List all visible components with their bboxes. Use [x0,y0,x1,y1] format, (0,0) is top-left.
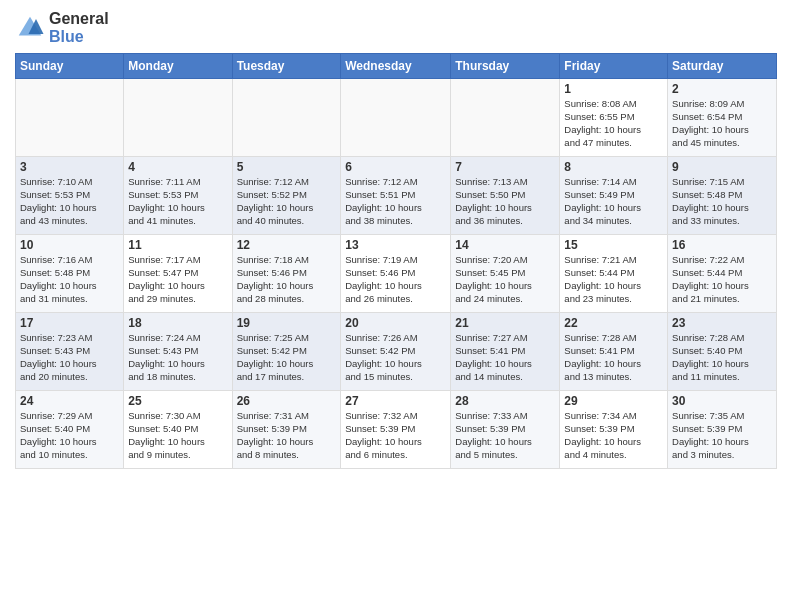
calendar-cell: 26Sunrise: 7:31 AM Sunset: 5:39 PM Dayli… [232,391,341,469]
day-info: Sunrise: 7:33 AM Sunset: 5:39 PM Dayligh… [455,410,555,461]
day-number: 24 [20,394,119,408]
day-info: Sunrise: 7:26 AM Sunset: 5:42 PM Dayligh… [345,332,446,383]
day-info: Sunrise: 7:18 AM Sunset: 5:46 PM Dayligh… [237,254,337,305]
calendar-week-0: 1Sunrise: 8:08 AM Sunset: 6:55 PM Daylig… [16,79,777,157]
day-info: Sunrise: 7:20 AM Sunset: 5:45 PM Dayligh… [455,254,555,305]
calendar-cell: 19Sunrise: 7:25 AM Sunset: 5:42 PM Dayli… [232,313,341,391]
calendar-cell: 4Sunrise: 7:11 AM Sunset: 5:53 PM Daylig… [124,157,232,235]
day-number: 19 [237,316,337,330]
day-number: 4 [128,160,227,174]
day-info: Sunrise: 7:31 AM Sunset: 5:39 PM Dayligh… [237,410,337,461]
calendar-header-wednesday: Wednesday [341,54,451,79]
calendar-cell: 22Sunrise: 7:28 AM Sunset: 5:41 PM Dayli… [560,313,668,391]
day-info: Sunrise: 7:12 AM Sunset: 5:52 PM Dayligh… [237,176,337,227]
calendar-cell: 30Sunrise: 7:35 AM Sunset: 5:39 PM Dayli… [668,391,777,469]
calendar-header-friday: Friday [560,54,668,79]
calendar-cell: 6Sunrise: 7:12 AM Sunset: 5:51 PM Daylig… [341,157,451,235]
calendar-header-saturday: Saturday [668,54,777,79]
day-number: 15 [564,238,663,252]
calendar-header-thursday: Thursday [451,54,560,79]
day-number: 28 [455,394,555,408]
day-number: 2 [672,82,772,96]
day-number: 29 [564,394,663,408]
day-number: 21 [455,316,555,330]
day-number: 11 [128,238,227,252]
calendar-cell: 15Sunrise: 7:21 AM Sunset: 5:44 PM Dayli… [560,235,668,313]
calendar-week-1: 3Sunrise: 7:10 AM Sunset: 5:53 PM Daylig… [16,157,777,235]
calendar-table: SundayMondayTuesdayWednesdayThursdayFrid… [15,53,777,469]
calendar-cell: 23Sunrise: 7:28 AM Sunset: 5:40 PM Dayli… [668,313,777,391]
calendar-cell: 27Sunrise: 7:32 AM Sunset: 5:39 PM Dayli… [341,391,451,469]
day-info: Sunrise: 7:22 AM Sunset: 5:44 PM Dayligh… [672,254,772,305]
calendar-cell: 25Sunrise: 7:30 AM Sunset: 5:40 PM Dayli… [124,391,232,469]
day-number: 12 [237,238,337,252]
calendar-cell: 16Sunrise: 7:22 AM Sunset: 5:44 PM Dayli… [668,235,777,313]
day-number: 30 [672,394,772,408]
day-number: 14 [455,238,555,252]
day-info: Sunrise: 7:13 AM Sunset: 5:50 PM Dayligh… [455,176,555,227]
calendar-cell: 28Sunrise: 7:33 AM Sunset: 5:39 PM Dayli… [451,391,560,469]
day-number: 27 [345,394,446,408]
calendar-header-tuesday: Tuesday [232,54,341,79]
calendar-cell: 3Sunrise: 7:10 AM Sunset: 5:53 PM Daylig… [16,157,124,235]
logo-text: General Blue [49,10,109,45]
calendar-cell: 17Sunrise: 7:23 AM Sunset: 5:43 PM Dayli… [16,313,124,391]
calendar-cell: 9Sunrise: 7:15 AM Sunset: 5:48 PM Daylig… [668,157,777,235]
calendar-cell: 20Sunrise: 7:26 AM Sunset: 5:42 PM Dayli… [341,313,451,391]
calendar-cell [16,79,124,157]
day-info: Sunrise: 7:34 AM Sunset: 5:39 PM Dayligh… [564,410,663,461]
day-info: Sunrise: 7:14 AM Sunset: 5:49 PM Dayligh… [564,176,663,227]
calendar-cell: 14Sunrise: 7:20 AM Sunset: 5:45 PM Dayli… [451,235,560,313]
calendar-week-2: 10Sunrise: 7:16 AM Sunset: 5:48 PM Dayli… [16,235,777,313]
day-number: 8 [564,160,663,174]
calendar-cell: 7Sunrise: 7:13 AM Sunset: 5:50 PM Daylig… [451,157,560,235]
header-area: General Blue [15,10,777,45]
calendar-cell: 21Sunrise: 7:27 AM Sunset: 5:41 PM Dayli… [451,313,560,391]
calendar-cell: 29Sunrise: 7:34 AM Sunset: 5:39 PM Dayli… [560,391,668,469]
day-number: 23 [672,316,772,330]
day-number: 16 [672,238,772,252]
day-info: Sunrise: 7:24 AM Sunset: 5:43 PM Dayligh… [128,332,227,383]
calendar-cell [124,79,232,157]
calendar-cell [451,79,560,157]
day-info: Sunrise: 8:08 AM Sunset: 6:55 PM Dayligh… [564,98,663,149]
day-number: 18 [128,316,227,330]
day-number: 25 [128,394,227,408]
day-info: Sunrise: 7:23 AM Sunset: 5:43 PM Dayligh… [20,332,119,383]
calendar-cell: 18Sunrise: 7:24 AM Sunset: 5:43 PM Dayli… [124,313,232,391]
day-info: Sunrise: 7:30 AM Sunset: 5:40 PM Dayligh… [128,410,227,461]
day-info: Sunrise: 7:32 AM Sunset: 5:39 PM Dayligh… [345,410,446,461]
calendar-cell: 24Sunrise: 7:29 AM Sunset: 5:40 PM Dayli… [16,391,124,469]
day-info: Sunrise: 7:16 AM Sunset: 5:48 PM Dayligh… [20,254,119,305]
day-number: 7 [455,160,555,174]
calendar-cell: 11Sunrise: 7:17 AM Sunset: 5:47 PM Dayli… [124,235,232,313]
day-info: Sunrise: 7:28 AM Sunset: 5:41 PM Dayligh… [564,332,663,383]
day-info: Sunrise: 7:27 AM Sunset: 5:41 PM Dayligh… [455,332,555,383]
day-number: 3 [20,160,119,174]
day-info: Sunrise: 7:15 AM Sunset: 5:48 PM Dayligh… [672,176,772,227]
logo-icon [15,13,45,43]
logo: General Blue [15,10,109,45]
day-info: Sunrise: 7:12 AM Sunset: 5:51 PM Dayligh… [345,176,446,227]
day-info: Sunrise: 7:10 AM Sunset: 5:53 PM Dayligh… [20,176,119,227]
calendar-cell [341,79,451,157]
day-info: Sunrise: 7:19 AM Sunset: 5:46 PM Dayligh… [345,254,446,305]
calendar-cell: 13Sunrise: 7:19 AM Sunset: 5:46 PM Dayli… [341,235,451,313]
day-info: Sunrise: 7:28 AM Sunset: 5:40 PM Dayligh… [672,332,772,383]
day-number: 26 [237,394,337,408]
calendar-cell [232,79,341,157]
day-number: 6 [345,160,446,174]
calendar-cell: 10Sunrise: 7:16 AM Sunset: 5:48 PM Dayli… [16,235,124,313]
day-info: Sunrise: 7:29 AM Sunset: 5:40 PM Dayligh… [20,410,119,461]
calendar-week-3: 17Sunrise: 7:23 AM Sunset: 5:43 PM Dayli… [16,313,777,391]
day-number: 10 [20,238,119,252]
calendar-cell: 2Sunrise: 8:09 AM Sunset: 6:54 PM Daylig… [668,79,777,157]
day-number: 5 [237,160,337,174]
day-info: Sunrise: 7:17 AM Sunset: 5:47 PM Dayligh… [128,254,227,305]
day-number: 9 [672,160,772,174]
day-info: Sunrise: 8:09 AM Sunset: 6:54 PM Dayligh… [672,98,772,149]
calendar-cell: 1Sunrise: 8:08 AM Sunset: 6:55 PM Daylig… [560,79,668,157]
day-number: 20 [345,316,446,330]
day-number: 13 [345,238,446,252]
calendar-week-4: 24Sunrise: 7:29 AM Sunset: 5:40 PM Dayli… [16,391,777,469]
